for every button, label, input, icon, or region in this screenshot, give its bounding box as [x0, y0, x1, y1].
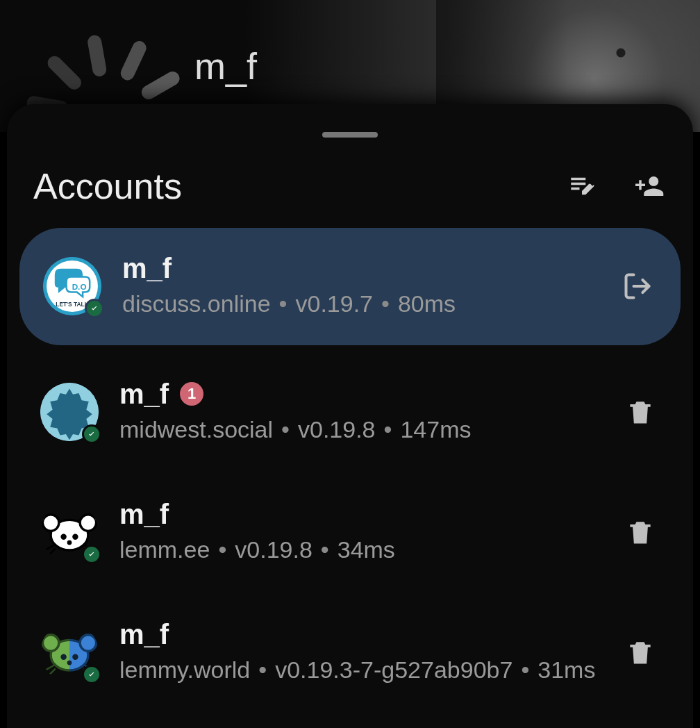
account-instance: discuss.online	[122, 288, 271, 320]
delete-account-button[interactable]	[621, 633, 660, 672]
loading-spinner-icon	[42, 24, 160, 108]
account-info: m_f 1 midwest.social • v0.19.8 • 147ms	[119, 379, 600, 446]
account-username: m_f	[119, 379, 169, 410]
verified-badge-icon	[82, 545, 101, 564]
account-instance: lemmy.world	[119, 654, 250, 686]
account-version: v0.19.8	[235, 534, 312, 566]
account-meta: discuss.online • v0.19.7 • 80ms	[122, 288, 597, 320]
account-version: v0.19.3-7-g527ab90b7	[275, 654, 512, 686]
add-account-button[interactable]	[633, 169, 667, 203]
sheet-drag-handle[interactable]	[322, 132, 378, 138]
account-version: v0.19.8	[298, 414, 376, 446]
account-username: m_f	[119, 619, 169, 650]
svg-text:LET'S TALK: LET'S TALK	[56, 301, 88, 308]
edit-list-button[interactable]	[565, 169, 599, 203]
trash-icon	[625, 637, 656, 668]
account-meta: lemmy.world • v0.19.3-7-g527ab90b7 • 31m…	[119, 654, 600, 686]
logout-button[interactable]	[618, 267, 657, 306]
account-row[interactable]: m_f lemm.ee • v0.19.8 • 34ms	[19, 479, 681, 586]
svg-point-11	[67, 540, 72, 545]
account-meta: lemm.ee • v0.19.8 • 34ms	[119, 534, 600, 566]
account-latency: 34ms	[338, 534, 395, 566]
notification-badge: 1	[180, 382, 203, 406]
avatar: D.O LET'S TALK	[43, 257, 101, 315]
svg-point-22	[60, 654, 66, 660]
account-latency: 147ms	[400, 414, 471, 446]
edit-list-icon	[567, 172, 597, 201]
verified-badge-icon	[82, 665, 101, 684]
svg-line-13	[49, 549, 56, 556]
delete-account-button[interactable]	[621, 513, 660, 552]
trash-icon	[625, 517, 656, 547]
svg-line-25	[46, 665, 54, 670]
account-username: m_f	[122, 253, 172, 284]
avatar	[40, 623, 99, 681]
account-latency: 80ms	[398, 288, 456, 320]
avatar	[40, 383, 99, 441]
sheet-title: Accounts	[33, 165, 182, 207]
svg-point-23	[72, 654, 78, 660]
add-account-icon	[635, 172, 665, 201]
svg-point-7	[42, 515, 59, 531]
header-username: m_f	[194, 44, 257, 88]
svg-line-12	[46, 545, 54, 550]
trash-icon	[625, 397, 656, 427]
svg-point-20	[42, 635, 59, 652]
svg-text:D.O: D.O	[72, 282, 87, 291]
verified-badge-icon	[82, 424, 101, 444]
verified-badge-icon	[85, 299, 104, 318]
svg-point-21	[80, 635, 97, 652]
account-info: m_f lemmy.world • v0.19.3-7-g527ab90b7 •…	[119, 619, 600, 686]
accounts-sheet: Accounts D.O	[7, 104, 693, 728]
account-info: m_f lemm.ee • v0.19.8 • 34ms	[119, 499, 600, 566]
sheet-actions	[565, 169, 667, 203]
account-meta: midwest.social • v0.19.8 • 147ms	[119, 414, 600, 446]
svg-point-10	[72, 534, 78, 540]
avatar	[40, 503, 99, 561]
account-instance: midwest.social	[119, 414, 273, 446]
account-row[interactable]: m_f lemmy.world • v0.19.3-7-g527ab90b7 •…	[19, 599, 681, 706]
account-latency: 31ms	[538, 654, 595, 686]
logout-icon	[622, 271, 653, 301]
svg-point-8	[80, 515, 97, 531]
sheet-header: Accounts	[19, 165, 681, 228]
account-row[interactable]: D.O LET'S TALK m_f discuss.online • v0.1…	[19, 228, 681, 345]
account-info: m_f discuss.online • v0.19.7 • 80ms	[122, 253, 597, 320]
svg-point-9	[60, 534, 66, 540]
account-instance: lemm.ee	[119, 534, 210, 566]
account-version: v0.19.7	[295, 288, 373, 320]
svg-line-26	[49, 669, 56, 676]
account-username: m_f	[119, 499, 169, 530]
account-row[interactable]: m_f 1 midwest.social • v0.19.8 • 147ms	[19, 359, 681, 465]
delete-account-button[interactable]	[621, 392, 660, 431]
svg-point-24	[67, 661, 72, 665]
